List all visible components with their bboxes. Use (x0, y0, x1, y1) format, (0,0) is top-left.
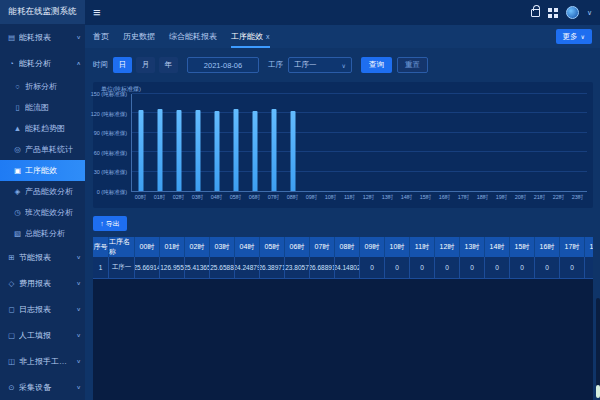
x-tick-label: 23时 (572, 194, 584, 201)
table-cell: 0 (485, 257, 510, 279)
sidebar-item-能耗趋势图[interactable]: ▲能耗趋势图 (0, 118, 85, 139)
product-efficiency-icon: ◈ (13, 187, 22, 196)
table-cell: 0 (360, 257, 385, 279)
filter-bar: 时间 日月年 2021-08-06 工序 工序一 ∨ 查询 重置 (93, 54, 595, 76)
more-button[interactable]: 更多 ∨ (556, 29, 592, 44)
process-select[interactable]: 工序一 ∨ (288, 57, 352, 73)
apps-grid-icon[interactable] (548, 8, 558, 18)
hamburger-icon[interactable]: ≡ (93, 5, 101, 20)
total-energy-icon: ▧ (13, 229, 22, 238)
reset-button[interactable]: 重置 (397, 57, 428, 73)
chart-bar-03时[interactable] (196, 110, 201, 191)
chevron-down-icon[interactable]: ∨ (587, 9, 592, 17)
table-cell: 125.65884 (210, 257, 235, 279)
lock-icon[interactable] (531, 9, 540, 17)
period-toggle: 日月年 (113, 57, 178, 73)
sidebar-item-班次能效分析[interactable]: ◷班次能效分析 (0, 202, 85, 223)
sidebar-item-产品能效分析[interactable]: ◈产品能效分析 (0, 181, 85, 202)
y-tick-label: 0 (吨标准煤) (97, 189, 127, 196)
sidebar-item-费用报表[interactable]: ◇费用报表∨ (0, 270, 85, 296)
table-cell: 125.669147 (135, 257, 160, 279)
table-cell: 124.248794 (235, 257, 260, 279)
tab-工序能效[interactable]: 工序能效x (231, 25, 270, 48)
tab-历史数据[interactable]: 历史数据 (123, 25, 155, 48)
table-header-cell: 06时 (285, 237, 310, 257)
table-cell: 126.389719 (260, 257, 285, 279)
energy-analysis-icon: ◔ (7, 59, 16, 68)
chevron-down-icon: ∨ (342, 62, 346, 69)
table-cell: 126.688912 (310, 257, 335, 279)
tab-综合能耗报表[interactable]: 综合能耗报表 (169, 25, 217, 48)
shift-efficiency-icon: ◷ (13, 208, 22, 217)
table-header-cell: 00时 (135, 237, 160, 257)
period-button-日[interactable]: 日 (113, 57, 132, 73)
table-header-cell: 15时 (510, 237, 535, 257)
table-cell: 0 (460, 257, 485, 279)
sidebar-item-label: 产品单耗统计 (25, 144, 81, 155)
table-empty-area (93, 279, 593, 400)
y-tick-label: 60 (吨标准煤) (94, 149, 127, 156)
app-root: 能耗在线监测系统 ▤能耗报表∨◔能耗分析∧○折标分析▯能流图▲能耗趋势图◎产品单… (0, 0, 600, 400)
scrollbar-thumb[interactable] (596, 385, 600, 398)
chevron-down-icon: ∨ (76, 384, 81, 390)
table-header-cell: 14时 (485, 237, 510, 257)
energy-bar-chart: 单位(吨标准煤) 0 (吨标准煤)30 (吨标准煤)60 (吨标准煤)90 (吨… (93, 82, 593, 208)
sidebar-item-人工填报[interactable]: ▢人工填报∨ (0, 322, 85, 348)
x-tick-label: 22时 (553, 194, 565, 201)
chart-bar-08时[interactable] (291, 111, 296, 191)
y-axis-labels: 0 (吨标准煤)30 (吨标准煤)60 (吨标准煤)90 (吨标准煤)120 (… (95, 94, 129, 192)
period-button-月[interactable]: 月 (136, 57, 155, 73)
table-cell: 0 (510, 257, 535, 279)
user-avatar[interactable] (566, 6, 579, 19)
table-header-cell: 02时 (185, 237, 210, 257)
x-tick-label: 14时 (401, 194, 413, 201)
conversion-analysis-icon: ○ (13, 82, 22, 91)
energy-report-icon: ▤ (7, 33, 16, 42)
sidebar-item-日志报表[interactable]: ◻日志报表∨ (0, 296, 85, 322)
chart-bar-04时[interactable] (215, 111, 220, 191)
sidebar-item-工序能效[interactable]: ▣工序能效 (0, 160, 85, 181)
tab-首页[interactable]: 首页 (93, 25, 109, 48)
energy-trend-icon: ▲ (13, 124, 22, 133)
sidebar-item-能流图[interactable]: ▯能流图 (0, 97, 85, 118)
sidebar-item-label: 费用报表 (19, 278, 73, 289)
chart-bar-00时[interactable] (139, 110, 144, 191)
plot-area (131, 94, 587, 192)
chart-bar-07时[interactable] (272, 109, 277, 191)
sidebar-item-label: 产品能效分析 (25, 186, 81, 197)
sidebar-item-采集设备[interactable]: ⊙采集设备∨ (0, 374, 85, 400)
table-row[interactable]: 1工序一125.669147126.955125.413654125.65884… (93, 257, 593, 279)
sidebar-item-能耗分析[interactable]: ◔能耗分析∧ (0, 50, 85, 76)
query-button[interactable]: 查询 (361, 57, 392, 73)
vertical-scrollbar[interactable] (596, 298, 600, 398)
x-axis-labels: 00时01时02时03时04时05时06时07时08时09时10时11时12时1… (131, 194, 587, 206)
table-header-cell: 05时 (260, 237, 285, 257)
tab-label: 工序能效 (231, 31, 263, 42)
chart-bar-01时[interactable] (158, 109, 163, 191)
y-tick-label: 30 (吨标准煤) (94, 169, 127, 176)
chart-bar-05时[interactable] (234, 109, 239, 191)
sidebar-item-总能耗分析[interactable]: ▧总能耗分析 (0, 223, 85, 244)
chart-bar-02时[interactable] (177, 110, 182, 191)
export-button[interactable]: ↑ 导出 (93, 216, 127, 231)
sidebar-item-非上报手工录入[interactable]: ◫非上报手工录入∨ (0, 348, 85, 374)
table-header-cell: 13时 (460, 237, 485, 257)
sidebar-item-节能报表[interactable]: ⊞节能报表∨ (0, 244, 85, 270)
tab-label: 综合能耗报表 (169, 31, 217, 42)
x-tick-label: 19时 (496, 194, 508, 201)
chevron-down-icon: ∨ (76, 358, 81, 364)
period-button-年[interactable]: 年 (159, 57, 178, 73)
app-title: 能耗在线监测系统 (0, 0, 85, 24)
close-icon[interactable]: x (266, 33, 270, 40)
sidebar-item-产品单耗统计[interactable]: ◎产品单耗统计 (0, 139, 85, 160)
chart-bar-06时[interactable] (253, 111, 258, 191)
date-input[interactable]: 2021-08-06 (187, 57, 259, 73)
sidebar-item-label: 能耗趋势图 (25, 123, 81, 134)
table-header-cell: 16时 (535, 237, 560, 257)
chevron-down-icon: ∨ (76, 280, 81, 286)
sidebar-item-能耗报表[interactable]: ▤能耗报表∨ (0, 24, 85, 50)
sidebar-item-折标分析[interactable]: ○折标分析 (0, 76, 85, 97)
export-button-label: 导出 (106, 219, 120, 229)
table-header-cell: 03时 (210, 237, 235, 257)
x-tick-label: 02时 (173, 194, 185, 201)
